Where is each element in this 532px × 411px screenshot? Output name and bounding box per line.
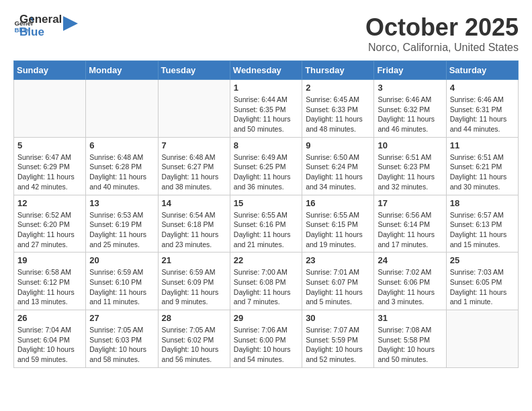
day-number: 24 — [378, 255, 442, 265]
day-number: 3 — [378, 83, 442, 93]
calendar-weekday-header: Thursday — [302, 61, 374, 80]
calendar-day-cell: 25Sunrise: 7:03 AM Sunset: 6:05 PM Dayli… — [446, 253, 518, 310]
calendar-day-cell: 7Sunrise: 6:48 AM Sunset: 6:27 PM Daylig… — [158, 137, 230, 195]
calendar-day-cell: 27Sunrise: 7:05 AM Sunset: 6:03 PM Dayli… — [86, 310, 158, 368]
calendar-day-cell: 20Sunrise: 6:59 AM Sunset: 6:10 PM Dayli… — [86, 253, 158, 310]
calendar-week-row: 1Sunrise: 6:44 AM Sunset: 6:35 PM Daylig… — [14, 80, 519, 138]
day-info: Sunrise: 6:49 AM Sunset: 6:25 PM Dayligh… — [234, 152, 298, 192]
day-info: Sunrise: 6:45 AM Sunset: 6:33 PM Dayligh… — [306, 95, 370, 134]
day-info: Sunrise: 6:48 AM Sunset: 6:28 PM Dayligh… — [89, 152, 154, 192]
day-number: 28 — [162, 313, 226, 323]
day-number: 8 — [234, 140, 298, 150]
day-number: 4 — [450, 83, 515, 93]
day-info: Sunrise: 6:59 AM Sunset: 6:09 PM Dayligh… — [162, 267, 226, 307]
calendar-table: SundayMondayTuesdayWednesdayThursdayFrid… — [13, 60, 519, 368]
calendar-weekday-header: Sunday — [14, 61, 86, 80]
day-number: 31 — [378, 313, 442, 323]
day-number: 30 — [306, 313, 370, 323]
calendar-weekday-header: Saturday — [446, 61, 518, 80]
calendar-header-row: SundayMondayTuesdayWednesdayThursdayFrid… — [14, 61, 519, 80]
calendar-day-cell: 18Sunrise: 6:57 AM Sunset: 6:13 PM Dayli… — [446, 195, 518, 253]
calendar-day-cell — [158, 80, 230, 138]
calendar-day-cell: 14Sunrise: 6:54 AM Sunset: 6:18 PM Dayli… — [158, 195, 230, 253]
calendar-weekday-header: Monday — [86, 61, 158, 80]
day-info: Sunrise: 6:59 AM Sunset: 6:10 PM Dayligh… — [89, 267, 154, 307]
day-info: Sunrise: 7:02 AM Sunset: 6:06 PM Dayligh… — [378, 267, 442, 307]
day-info: Sunrise: 7:05 AM Sunset: 6:03 PM Dayligh… — [89, 325, 154, 365]
calendar-day-cell: 10Sunrise: 6:51 AM Sunset: 6:23 PM Dayli… — [374, 137, 446, 195]
logo: General Blue General Blue — [13, 13, 78, 38]
day-info: Sunrise: 6:46 AM Sunset: 6:32 PM Dayligh… — [378, 95, 442, 134]
day-number: 2 — [306, 83, 370, 93]
calendar-weekday-header: Wednesday — [230, 61, 302, 80]
day-info: Sunrise: 6:46 AM Sunset: 6:31 PM Dayligh… — [450, 95, 515, 134]
day-number: 21 — [162, 255, 226, 265]
calendar-day-cell — [446, 310, 518, 368]
calendar-day-cell: 1Sunrise: 6:44 AM Sunset: 6:35 PM Daylig… — [230, 80, 302, 138]
day-info: Sunrise: 6:53 AM Sunset: 6:19 PM Dayligh… — [89, 210, 154, 250]
day-info: Sunrise: 7:07 AM Sunset: 5:59 PM Dayligh… — [306, 325, 370, 365]
calendar-day-cell: 23Sunrise: 7:01 AM Sunset: 6:07 PM Dayli… — [302, 253, 374, 310]
day-number: 23 — [306, 255, 370, 265]
calendar-day-cell: 26Sunrise: 7:04 AM Sunset: 6:04 PM Dayli… — [14, 310, 86, 368]
logo-arrow-icon — [63, 16, 78, 31]
day-info: Sunrise: 6:52 AM Sunset: 6:20 PM Dayligh… — [17, 210, 82, 250]
day-info: Sunrise: 7:06 AM Sunset: 6:00 PM Dayligh… — [234, 325, 298, 365]
calendar-day-cell: 4Sunrise: 6:46 AM Sunset: 6:31 PM Daylig… — [446, 80, 518, 138]
day-number: 18 — [450, 198, 515, 208]
calendar-weekday-header: Tuesday — [158, 61, 230, 80]
calendar-week-row: 26Sunrise: 7:04 AM Sunset: 6:04 PM Dayli… — [14, 310, 519, 368]
day-number: 13 — [89, 198, 154, 208]
day-number: 20 — [89, 255, 154, 265]
day-info: Sunrise: 6:55 AM Sunset: 6:16 PM Dayligh… — [234, 210, 298, 250]
day-number: 15 — [234, 198, 298, 208]
calendar-day-cell: 11Sunrise: 6:51 AM Sunset: 6:21 PM Dayli… — [446, 137, 518, 195]
calendar-day-cell: 24Sunrise: 7:02 AM Sunset: 6:06 PM Dayli… — [374, 253, 446, 310]
day-number: 10 — [378, 140, 442, 150]
day-info: Sunrise: 6:47 AM Sunset: 6:29 PM Dayligh… — [17, 152, 82, 192]
calendar-day-cell: 19Sunrise: 6:58 AM Sunset: 6:12 PM Dayli… — [14, 253, 86, 310]
day-info: Sunrise: 7:00 AM Sunset: 6:08 PM Dayligh… — [234, 267, 298, 307]
day-number: 11 — [450, 140, 515, 150]
day-number: 27 — [89, 313, 154, 323]
day-info: Sunrise: 7:05 AM Sunset: 6:02 PM Dayligh… — [162, 325, 226, 365]
page-header: General Blue General Blue October 2025 N… — [13, 13, 519, 54]
day-info: Sunrise: 7:08 AM Sunset: 5:58 PM Dayligh… — [378, 325, 442, 365]
day-info: Sunrise: 6:51 AM Sunset: 6:23 PM Dayligh… — [378, 152, 442, 192]
day-info: Sunrise: 6:56 AM Sunset: 6:14 PM Dayligh… — [378, 210, 442, 250]
day-number: 16 — [306, 198, 370, 208]
day-number: 19 — [17, 255, 82, 265]
day-number: 7 — [162, 140, 226, 150]
day-info: Sunrise: 6:44 AM Sunset: 6:35 PM Dayligh… — [234, 95, 298, 134]
svg-marker-4 — [63, 16, 78, 31]
day-number: 6 — [89, 140, 154, 150]
day-number: 29 — [234, 313, 298, 323]
day-info: Sunrise: 6:55 AM Sunset: 6:15 PM Dayligh… — [306, 210, 370, 250]
calendar-day-cell: 3Sunrise: 6:46 AM Sunset: 6:32 PM Daylig… — [374, 80, 446, 138]
calendar-week-row: 12Sunrise: 6:52 AM Sunset: 6:20 PM Dayli… — [14, 195, 519, 253]
day-number: 14 — [162, 198, 226, 208]
day-info: Sunrise: 6:48 AM Sunset: 6:27 PM Dayligh… — [162, 152, 226, 192]
day-number: 26 — [17, 313, 82, 323]
title-block: October 2025 Norco, California, United S… — [365, 13, 519, 54]
calendar-week-row: 19Sunrise: 6:58 AM Sunset: 6:12 PM Dayli… — [14, 253, 519, 310]
calendar-day-cell: 28Sunrise: 7:05 AM Sunset: 6:02 PM Dayli… — [158, 310, 230, 368]
day-info: Sunrise: 7:03 AM Sunset: 6:05 PM Dayligh… — [450, 267, 515, 307]
calendar-day-cell: 8Sunrise: 6:49 AM Sunset: 6:25 PM Daylig… — [230, 137, 302, 195]
calendar-day-cell: 29Sunrise: 7:06 AM Sunset: 6:00 PM Dayli… — [230, 310, 302, 368]
calendar-week-row: 5Sunrise: 6:47 AM Sunset: 6:29 PM Daylig… — [14, 137, 519, 195]
calendar-day-cell — [86, 80, 158, 138]
day-number: 5 — [17, 140, 82, 150]
calendar-day-cell: 21Sunrise: 6:59 AM Sunset: 6:09 PM Dayli… — [158, 253, 230, 310]
calendar-day-cell: 12Sunrise: 6:52 AM Sunset: 6:20 PM Dayli… — [14, 195, 86, 253]
logo-general-text: General — [19, 13, 62, 26]
calendar-day-cell: 31Sunrise: 7:08 AM Sunset: 5:58 PM Dayli… — [374, 310, 446, 368]
day-info: Sunrise: 6:57 AM Sunset: 6:13 PM Dayligh… — [450, 210, 515, 250]
calendar-day-cell: 15Sunrise: 6:55 AM Sunset: 6:16 PM Dayli… — [230, 195, 302, 253]
logo-blue-text: Blue — [19, 26, 62, 39]
day-info: Sunrise: 7:04 AM Sunset: 6:04 PM Dayligh… — [17, 325, 82, 365]
calendar-day-cell: 16Sunrise: 6:55 AM Sunset: 6:15 PM Dayli… — [302, 195, 374, 253]
location-title: Norco, California, United States — [365, 42, 519, 54]
day-info: Sunrise: 7:01 AM Sunset: 6:07 PM Dayligh… — [306, 267, 370, 307]
day-info: Sunrise: 6:58 AM Sunset: 6:12 PM Dayligh… — [17, 267, 82, 307]
